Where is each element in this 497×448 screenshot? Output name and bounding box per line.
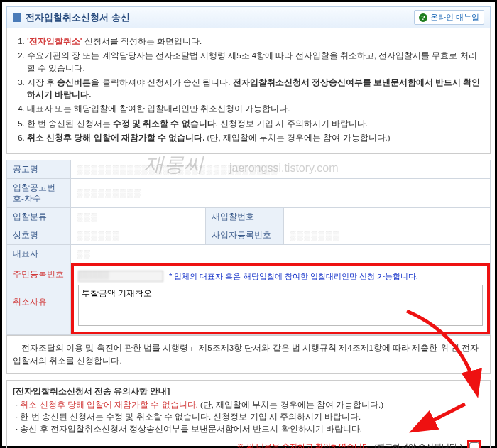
help-icon: ? — [419, 13, 427, 22]
highlight-box: ▒▒▒▒▒▒ * 업체의 대표자 혹은 해당입찰에 참여한 입찰대리인만 신청 … — [71, 263, 490, 334]
note-item: '전자입찰취소' 신청서를 작성하는 화면입니다. — [27, 35, 484, 48]
value-bid-number: ▒▒▒▒▒▒▒▒▒ — [71, 179, 491, 208]
value-ceo: ▒▒ — [71, 245, 491, 263]
title-icon — [13, 13, 21, 22]
label-rebid-number: 재입찰번호 — [206, 208, 284, 226]
guide-item: 한 번 송신된 신청서는 수정 및 취소할 수 없습니다. 신청정보 기입 시 … — [16, 412, 484, 422]
note-item: 수요기관의 장 또는 계약담당자는 전자조달법 시행령 제5조 4항에 따라 전… — [27, 50, 484, 75]
confirm-text: ※ 위 내용을 숙지하고 확인하였습니다. — [236, 442, 372, 448]
label-company: 상호명 — [7, 226, 71, 245]
value-biz-number: ▒▒▒▒▒▒▒ — [284, 226, 491, 245]
guide-section: [전자입찰취소신청서 전송 유의사항 안내] 취소 신청후 당해 입찰에 재참가… — [6, 380, 491, 448]
online-manual-label: 온라인 매뉴얼 — [430, 12, 479, 23]
declaration-text: 「전자조달의 이용 및 촉진에 관한 법률 시행령」 제5조제3항 단서와 같은… — [6, 335, 491, 374]
cancel-reason-input[interactable] — [78, 285, 483, 326]
note-item: 한 번 송신된 신청서는 수정 및 취소할 수 없습니다. 신청정보 기입 시 … — [27, 118, 484, 130]
value-rebid-number — [284, 208, 491, 226]
note-item: 대표자 또는 해당입찰에 참여한 입찰대리인만 취소신청이 가능합니다. — [27, 103, 484, 115]
ssn-note-text: * 업체의 대표자 혹은 해당입찰에 참여한 입찰대리인만 신청 가능합니다. — [169, 271, 418, 282]
label-ceo: 대표자 — [7, 245, 71, 263]
online-manual-link[interactable]: ? 온라인 매뉴얼 — [414, 10, 484, 25]
label-notice-name: 공고명 — [7, 160, 71, 179]
label-cancel-reason: 취소사유 — [13, 297, 65, 307]
value-ssn-masked: ▒▒▒▒▒▒ — [78, 271, 163, 282]
guide-title: [전자입찰취소신청서 전송 유의사항 안내] — [13, 386, 484, 397]
guide-item: 송신 후 전자입찰취소신청서 정상송신여부를 보낸문서함에서 반드시 확인하시기… — [16, 424, 484, 435]
label-bid-class: 입찰분류 — [7, 208, 71, 226]
label-biz-number: 사업자등록번호 — [206, 226, 284, 245]
guide-item: 취소 신청후 당해 입찰에 재참가할 수 없습니다. (단, 재입찰에 부치는 … — [16, 400, 484, 410]
confirm-checkbox[interactable] — [469, 442, 479, 448]
note-item: 취소 신청후 당해 입찰에 재참가할 수 없습니다. (단, 재입찰에 부치는 … — [27, 132, 484, 144]
value-bid-class: ▒▒▒ — [71, 208, 206, 226]
value-notice-name: ▒▒▒▒▒▒▒▒▒▒▒▒▒▒▒▒▒▒▒▒▒▒▒▒▒▒▒▒ — [71, 160, 491, 179]
note-item: 저장 후 송신버튼을 클릭하셔야 신청서가 송신 됩니다. 전자입찰취소신청서 … — [27, 77, 484, 102]
notes-section: '전자입찰취소' 신청서를 작성하는 화면입니다. 수요기관의 장 또는 계약담… — [6, 28, 491, 154]
page-title: 전자입찰취소신청서 송신 — [26, 11, 130, 24]
confirm-subtext: (체크하셔야 송신됩니다.) — [372, 442, 462, 448]
value-company: ▒▒▒▒▒▒ — [71, 226, 206, 245]
label-ssn: 주민등록번호 — [13, 269, 65, 280]
label-bid-number: 입찰공고번호-차수 — [7, 179, 71, 208]
form-table: 공고명 ▒▒▒▒▒▒▒▒▒▒▒▒▒▒▒▒▒▒▒▒▒▒▒▒▒▒▒▒ 입찰공고번호-… — [6, 160, 491, 335]
